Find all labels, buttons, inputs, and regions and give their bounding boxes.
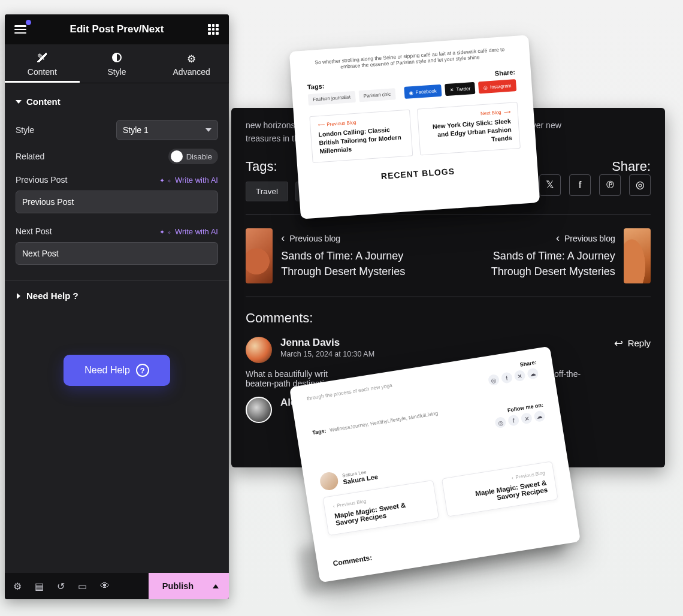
share-x-icon[interactable]: ✕: [513, 370, 526, 382]
pencil-icon: [37, 53, 47, 62]
preview-card-wellness: through the process of each new yoga Sha…: [289, 346, 581, 583]
editor-sidebar: Edit Post Prev/Next Content Style Advanc…: [5, 14, 229, 599]
next-blog-title: New York City Slick: Sleek and Edgy Urba…: [426, 117, 513, 148]
next-blog-label: Previous blog: [564, 234, 615, 243]
chevron-left-icon: [556, 232, 560, 244]
follow-instagram-icon[interactable]: ◎: [494, 416, 507, 429]
publish-button[interactable]: Publish: [149, 573, 229, 599]
previous-blog-thumbnail: [246, 228, 273, 283]
section-title: Content: [26, 96, 61, 107]
next-blog-card[interactable]: Next Blog⟶ New York City Slick: Sleek an…: [417, 102, 521, 155]
chevron-left-icon: ‹: [333, 503, 335, 509]
share-instagram-icon[interactable]: ◎: [629, 174, 651, 196]
avatar: [246, 397, 272, 423]
share-facebook-button[interactable]: ◉ Facebook: [404, 84, 442, 99]
next-post-input[interactable]: [16, 242, 218, 265]
tab-style[interactable]: Style: [80, 44, 155, 83]
tab-label: Style: [107, 67, 126, 77]
share-facebook-icon[interactable]: f: [501, 372, 513, 384]
share-label: Share:: [612, 159, 651, 174]
section-title: Need Help ?: [26, 291, 78, 301]
tab-content[interactable]: Content: [5, 44, 80, 83]
author-name: Sakura Lee Sakura Lee: [342, 467, 378, 485]
chevron-right-icon: ⟶: [503, 109, 510, 115]
caret-down-icon: [16, 100, 22, 104]
tag-travel[interactable]: Travel: [246, 182, 288, 201]
comment-author: Jenna Davis: [280, 337, 374, 349]
chevron-up-icon: [213, 584, 219, 588]
related-toggle[interactable]: Disable: [168, 149, 218, 164]
sparkle-icon: [159, 227, 165, 236]
next-blog-thumbnail: [624, 228, 651, 283]
card-body-text: So whether strolling along the Seine or …: [306, 46, 515, 72]
style-label: Style: [16, 125, 34, 135]
question-icon: ?: [136, 364, 149, 377]
reply-arrow-icon: [614, 337, 623, 350]
write-with-ai-link[interactable]: Write with AI: [159, 176, 218, 185]
tag-chip[interactable]: Fashion journalist: [308, 90, 356, 105]
chevron-down-icon: [205, 128, 211, 132]
share-facebook-icon[interactable]: f: [569, 174, 591, 196]
share-instagram-icon[interactable]: ◎: [488, 374, 500, 386]
toggle-state-label: Disable: [186, 152, 212, 161]
follow-x-icon[interactable]: ✕: [521, 412, 533, 425]
notification-dot: [26, 20, 31, 25]
layers-icon[interactable]: ▤: [35, 581, 44, 592]
contrast-icon: [112, 53, 122, 62]
next-blog-link[interactable]: Previous blog Sands of Time: A Journey T…: [454, 228, 651, 283]
style-select[interactable]: Style 1: [116, 120, 218, 140]
comment-timestamp: March 15, 2024 at 10:30 AM: [280, 350, 374, 358]
sparkle-icon: [168, 176, 171, 185]
share-x-icon[interactable]: 𝕏: [539, 174, 561, 196]
section-content-toggle[interactable]: Content: [16, 93, 218, 114]
tab-advanced[interactable]: Advanced: [154, 44, 229, 83]
related-label: Related: [16, 152, 44, 161]
next-post-label: Next Post: [16, 227, 52, 236]
share-pinterest-icon[interactable]: ℗: [599, 174, 621, 196]
panel-title: Edit Post Prev/Next: [70, 23, 164, 35]
tab-label: Content: [28, 67, 57, 77]
comments-heading: Comments:: [333, 523, 563, 568]
chevron-left-icon: ⟵: [318, 122, 325, 128]
previous-blog-title: Sands of Time: A Journey Through Desert …: [281, 248, 442, 279]
preview-eye-icon[interactable]: 👁: [100, 581, 110, 591]
chevron-left-icon: ‹: [511, 475, 513, 481]
divider: [246, 297, 651, 297]
prev-blog-card[interactable]: ⟵Previous Blog London Calling: Classic B…: [309, 109, 413, 162]
settings-gear-icon[interactable]: ⚙: [13, 581, 22, 592]
author-avatar: [319, 471, 339, 491]
previous-post-input[interactable]: [16, 191, 218, 213]
previous-post-label: Previous Post: [16, 175, 67, 185]
previous-blog-label: Previous blog: [289, 234, 340, 243]
prev-blog-title: London Calling: Classic British Tailorin…: [318, 124, 405, 155]
tab-label: Advanced: [173, 67, 210, 77]
toggle-knob: [171, 150, 183, 162]
style-select-value: Style 1: [123, 125, 149, 135]
sparkle-icon: [159, 176, 165, 185]
recent-blogs-heading: RECENT BLOGS: [313, 161, 522, 185]
apps-grid-icon[interactable]: [205, 21, 222, 38]
sparkle-icon: [168, 227, 171, 236]
menu-icon[interactable]: [12, 21, 29, 38]
share-twitter-button[interactable]: ✕ Twitter: [445, 82, 476, 96]
follow-facebook-icon[interactable]: f: [507, 414, 520, 427]
write-with-ai-link[interactable]: Write with AI: [159, 227, 218, 236]
avatar: [246, 337, 272, 363]
tag-chip[interactable]: Parisian chic: [358, 88, 396, 102]
comments-heading: Comments:: [246, 310, 651, 326]
section-need-help-toggle[interactable]: Need Help ?: [16, 291, 218, 301]
responsive-icon[interactable]: ▭: [78, 581, 87, 592]
previous-blog-link[interactable]: Previous blog Sands of Time: A Journey T…: [246, 228, 442, 283]
tags-label: Tags:: [246, 159, 277, 174]
history-icon[interactable]: ↺: [57, 581, 65, 592]
card-body-text: through the process of each new yoga: [306, 382, 392, 401]
share-cloud-icon[interactable]: ☁: [527, 367, 539, 380]
follow-cloud-icon[interactable]: ☁: [533, 410, 546, 422]
reply-button[interactable]: Reply: [614, 337, 651, 350]
share-instagram-button[interactable]: ◎ Instagram: [478, 79, 516, 93]
next-blog-title: Sands of Time: A Journey Through Desert …: [454, 248, 615, 279]
gear-icon: [187, 53, 197, 62]
need-help-button[interactable]: Need Help ?: [64, 355, 170, 386]
caret-right-icon: [17, 293, 20, 299]
preview-card-paris: So whether strolling along the Seine or …: [289, 35, 540, 219]
